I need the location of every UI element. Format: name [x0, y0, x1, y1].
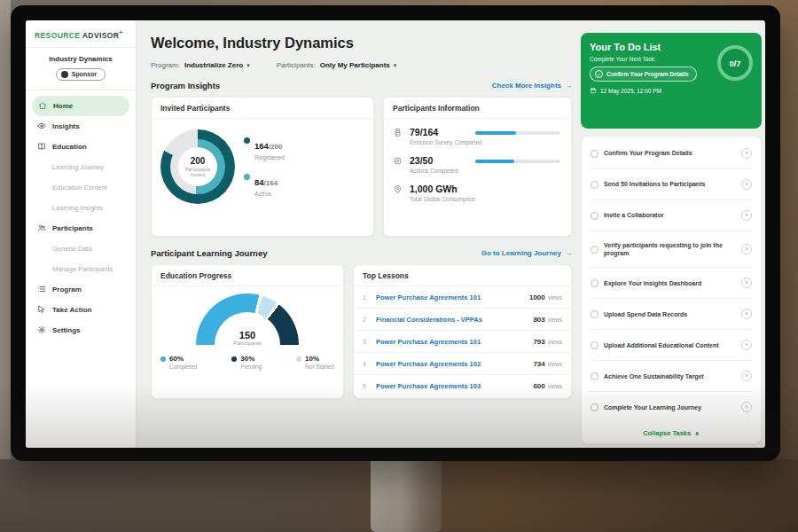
- lesson-link[interactable]: Financial Considerations - VPPAs: [376, 316, 533, 324]
- cursor-icon: [37, 305, 46, 314]
- education-legend: 60% Completed 30% Pending 10% Not Starte…: [152, 355, 343, 370]
- lesson-row: 4 Power Purchase Agreements 102 734views: [354, 353, 571, 375]
- sidebar-item-manage-participants[interactable]: Manage Participants: [26, 259, 136, 279]
- legend-not-started: 10% Not Started: [296, 355, 334, 370]
- next-task-button[interactable]: ✓ Confirm Your Program Details: [590, 66, 697, 82]
- task-send-invitations[interactable]: Send 50 Invitations to Participants ›: [590, 169, 753, 200]
- sidebar: RESOURCE ADVISOR+ Industry Dynamics Spon…: [26, 20, 137, 448]
- task-checkbox[interactable]: [591, 372, 598, 380]
- wall-edge: [0, 0, 11, 532]
- legend-registered: 164/200 Registered: [244, 137, 285, 160]
- task-invite-collaborator[interactable]: Invite a Collaborator ›: [590, 200, 753, 231]
- sidebar-item-participants[interactable]: Participants: [26, 218, 136, 239]
- target-icon: [393, 156, 403, 166]
- task-upload-spend-data[interactable]: Upload Spend Data Records ›: [590, 299, 753, 330]
- invited-participants-card: Invited Participants 200 Participants In…: [151, 97, 374, 237]
- not-started-dot: [296, 356, 301, 362]
- task-checkbox[interactable]: [591, 310, 598, 318]
- org-name: Industry Dynamics: [33, 55, 129, 63]
- task-checkbox[interactable]: [591, 246, 598, 254]
- todo-progress-ring: 0/7: [717, 45, 753, 81]
- task-achieve-target[interactable]: Achieve One Sustainability Target ›: [590, 361, 753, 392]
- emission-survey-row: 79/164 Emission Survey Completed: [393, 127, 562, 145]
- go-to-learning-journey-link[interactable]: Go to Learning Journey→: [481, 249, 572, 257]
- photo-background: RESOURCE ADVISOR+ Industry Dynamics Spon…: [0, 0, 798, 532]
- task-checkbox[interactable]: [591, 212, 598, 220]
- todo-summary-card: Your To Do List Complete Your Next Task:…: [581, 33, 762, 129]
- lesson-link[interactable]: Power Purchase Agreements 103: [376, 382, 533, 390]
- card-title: Top Lessons: [354, 265, 571, 286]
- chevron-right-icon[interactable]: ›: [741, 340, 752, 350]
- task-confirm-program[interactable]: Confirm Your Program Details ›: [590, 138, 753, 169]
- invited-donut-outer: 200 Participants Invited: [160, 129, 235, 204]
- registered-dot: [244, 137, 250, 144]
- task-upload-educational-content[interactable]: Upload Additional Educational Content ›: [590, 330, 753, 361]
- sidebar-nav: Home Insights Education Learning Journey…: [26, 90, 136, 340]
- task-complete-learning-journey[interactable]: Complete Your Learning Journey ›: [590, 392, 753, 422]
- collapse-tasks-link[interactable]: Collapse Tasks∧: [590, 422, 753, 440]
- sponsor-label: Sponsor: [72, 71, 97, 77]
- learning-journey-header: Participant Learning Journey Go to Learn…: [151, 248, 572, 258]
- todo-list-card: Confirm Your Program Details › Send 50 I…: [581, 136, 762, 444]
- monitor-frame: RESOURCE ADVISOR+ Industry Dynamics Spon…: [11, 5, 780, 461]
- task-checkbox[interactable]: [591, 150, 598, 158]
- task-checkbox[interactable]: [591, 181, 598, 189]
- active-dot: [244, 174, 250, 180]
- filter-bar: Program: Industrialize Zero ▾ Participan…: [151, 61, 572, 69]
- lesson-link[interactable]: Power Purchase Agreements 101: [376, 338, 533, 346]
- sidebar-item-take-action[interactable]: Take Action: [26, 300, 136, 320]
- education-progress-card: Education Progress 150 Participants 60: [151, 264, 344, 399]
- brand-plus: +: [119, 29, 123, 35]
- task-checkbox[interactable]: [591, 403, 598, 411]
- lesson-row: 3 Power Purchase Agreements 101 793views: [354, 331, 571, 353]
- chevron-right-icon[interactable]: ›: [741, 402, 752, 412]
- program-dropdown[interactable]: Program: Industrialize Zero ▾: [151, 61, 250, 69]
- dashboard-screen: RESOURCE ADVISOR+ Industry Dynamics Spon…: [26, 20, 765, 448]
- sidebar-item-education[interactable]: Education: [26, 137, 136, 157]
- task-checkbox[interactable]: [591, 279, 598, 287]
- consumption-row: 1,000 GWh Total Global Consumption: [393, 184, 562, 202]
- book-icon: [37, 142, 46, 151]
- sidebar-item-learning-insights[interactable]: Learning Insights: [26, 198, 136, 218]
- sidebar-item-home[interactable]: Home: [32, 96, 129, 116]
- task-verify-participants[interactable]: Verify participants requesting to join t…: [590, 231, 753, 268]
- collapse-up-icon: ∧: [694, 430, 700, 436]
- sidebar-item-settings[interactable]: Settings: [26, 320, 136, 340]
- invited-legend: 164/200 Registered 84/164 Active: [244, 137, 285, 197]
- brand-primary: RESOURCE: [35, 31, 80, 40]
- lesson-link[interactable]: Power Purchase Agreements 102: [376, 360, 533, 368]
- lesson-row: 2 Financial Considerations - VPPAs 803vi…: [354, 309, 571, 331]
- chevron-right-icon[interactable]: ›: [741, 148, 752, 159]
- brand-logo: RESOURCE ADVISOR+: [26, 20, 136, 48]
- check-more-insights-link[interactable]: Check More Insights→: [492, 82, 572, 90]
- chevron-right-icon[interactable]: ›: [741, 179, 752, 190]
- sidebar-item-learning-journey[interactable]: Learning Journey: [26, 157, 136, 177]
- chevron-right-icon[interactable]: ›: [741, 309, 752, 319]
- chevron-right-icon[interactable]: ›: [741, 278, 752, 288]
- task-explore-insights[interactable]: Explore Your Insights Dashboard ›: [590, 268, 753, 299]
- eye-icon: [37, 121, 46, 130]
- emission-progress-bar: [475, 131, 560, 135]
- completed-dot: [160, 356, 166, 362]
- sidebar-item-education-content[interactable]: Education Content: [26, 177, 136, 198]
- legend-pending: 30% Pending: [231, 355, 262, 370]
- check-circle-icon: ✓: [595, 70, 603, 78]
- program-insights-header: Program Insights Check More Insights→: [151, 81, 572, 90]
- chevron-right-icon[interactable]: ›: [741, 371, 752, 381]
- task-checkbox[interactable]: [591, 341, 598, 349]
- org-block: Industry Dynamics Sponsor: [26, 48, 136, 90]
- sidebar-item-general-data[interactable]: General Data: [26, 239, 136, 259]
- chevron-right-icon[interactable]: ›: [741, 244, 752, 254]
- sidebar-item-insights[interactable]: Insights: [26, 116, 136, 137]
- lesson-link[interactable]: Power Purchase Agreements 101: [376, 293, 529, 301]
- sponsor-badge[interactable]: Sponsor: [56, 68, 106, 81]
- gear-icon: [37, 325, 46, 334]
- section-title: Participant Learning Journey: [151, 248, 267, 258]
- people-icon: [37, 223, 46, 232]
- chevron-right-icon[interactable]: ›: [741, 210, 752, 221]
- invited-donut-center: 200 Participants Invited: [178, 147, 217, 186]
- top-lessons-card: Top Lessons 1 Power Purchase Agreements …: [353, 264, 572, 399]
- participants-info-card: Participants Information 79/164 Emission…: [383, 97, 572, 237]
- sidebar-item-program[interactable]: Program: [26, 279, 136, 300]
- participants-dropdown[interactable]: Participants: Only My Participants ▾: [277, 61, 397, 69]
